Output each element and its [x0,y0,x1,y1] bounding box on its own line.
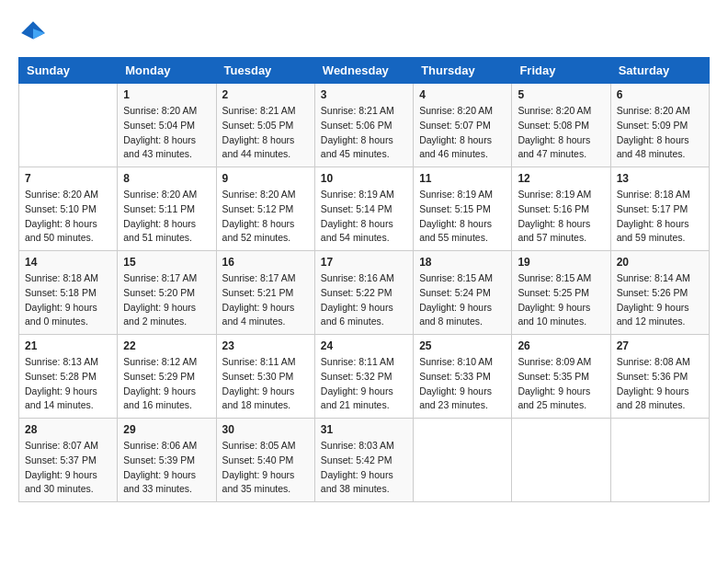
day-detail: Sunrise: 8:19 AMSunset: 5:16 PMDaylight:… [518,188,604,246]
day-detail: Sunrise: 8:21 AMSunset: 5:05 PMDaylight:… [222,104,309,162]
calendar-cell [610,419,709,502]
calendar-cell: 18Sunrise: 8:15 AMSunset: 5:24 PMDayligh… [414,251,512,335]
day-detail: Sunrise: 8:20 AMSunset: 5:04 PMDaylight:… [123,104,210,162]
day-number: 9 [222,172,309,185]
calendar-cell: 16Sunrise: 8:17 AMSunset: 5:21 PMDayligh… [216,251,314,335]
day-number: 19 [518,256,604,269]
calendar-week-row: 1Sunrise: 8:20 AMSunset: 5:04 PMDaylight… [19,84,710,167]
day-detail: Sunrise: 8:17 AMSunset: 5:20 PMDaylight:… [123,271,210,329]
weekday-header-wednesday: Wednesday [314,58,413,84]
calendar-cell: 11Sunrise: 8:19 AMSunset: 5:15 PMDayligh… [414,167,512,251]
weekday-header-sunday: Sunday [19,58,118,84]
day-number: 18 [419,256,506,269]
calendar-cell: 30Sunrise: 8:05 AMSunset: 5:40 PMDayligh… [216,419,314,502]
calendar-cell: 9Sunrise: 8:20 AMSunset: 5:12 PMDaylight… [216,167,314,251]
day-number: 26 [518,339,604,352]
calendar-cell: 6Sunrise: 8:20 AMSunset: 5:09 PMDaylight… [610,84,709,167]
day-number: 1 [123,88,210,101]
day-detail: Sunrise: 8:09 AMSunset: 5:35 PMDaylight:… [518,355,604,413]
day-detail: Sunrise: 8:15 AMSunset: 5:24 PMDaylight:… [419,271,506,329]
day-number: 16 [222,256,309,269]
calendar-cell: 22Sunrise: 8:12 AMSunset: 5:29 PMDayligh… [118,335,216,419]
day-number: 11 [419,172,506,185]
day-number: 13 [617,172,703,185]
calendar-cell: 31Sunrise: 8:03 AMSunset: 5:42 PMDayligh… [314,419,413,502]
day-detail: Sunrise: 8:05 AMSunset: 5:40 PMDaylight:… [222,439,309,497]
day-number: 7 [25,172,111,185]
calendar-cell: 26Sunrise: 8:09 AMSunset: 5:35 PMDayligh… [512,335,610,419]
day-number: 31 [321,423,407,436]
day-detail: Sunrise: 8:12 AMSunset: 5:29 PMDaylight:… [123,355,210,413]
day-number: 29 [123,423,210,436]
day-detail: Sunrise: 8:08 AMSunset: 5:36 PMDaylight:… [617,355,703,413]
day-detail: Sunrise: 8:21 AMSunset: 5:06 PMDaylight:… [321,104,407,162]
calendar-cell: 4Sunrise: 8:20 AMSunset: 5:07 PMDaylight… [414,84,512,167]
calendar-week-row: 14Sunrise: 8:18 AMSunset: 5:18 PMDayligh… [19,251,710,335]
calendar-cell: 12Sunrise: 8:19 AMSunset: 5:16 PMDayligh… [512,167,610,251]
weekday-header-friday: Friday [512,58,610,84]
day-detail: Sunrise: 8:18 AMSunset: 5:17 PMDaylight:… [617,188,703,246]
day-detail: Sunrise: 8:18 AMSunset: 5:18 PMDaylight:… [25,271,111,329]
calendar-cell: 24Sunrise: 8:11 AMSunset: 5:32 PMDayligh… [314,335,413,419]
logo-icon [18,18,48,48]
calendar-cell: 7Sunrise: 8:20 AMSunset: 5:10 PMDaylight… [19,167,118,251]
day-detail: Sunrise: 8:19 AMSunset: 5:15 PMDaylight:… [419,188,506,246]
day-detail: Sunrise: 8:20 AMSunset: 5:09 PMDaylight:… [617,104,703,162]
day-detail: Sunrise: 8:06 AMSunset: 5:39 PMDaylight:… [123,439,210,497]
calendar-cell [19,84,118,167]
calendar-cell [512,419,610,502]
day-detail: Sunrise: 8:14 AMSunset: 5:26 PMDaylight:… [617,271,703,329]
calendar-cell: 5Sunrise: 8:20 AMSunset: 5:08 PMDaylight… [512,84,610,167]
calendar-cell: 2Sunrise: 8:21 AMSunset: 5:05 PMDaylight… [216,84,314,167]
calendar-cell: 28Sunrise: 8:07 AMSunset: 5:37 PMDayligh… [19,419,118,502]
weekday-header-tuesday: Tuesday [216,58,314,84]
weekday-header-row: SundayMondayTuesdayWednesdayThursdayFrid… [19,58,710,84]
day-number: 21 [25,339,111,352]
day-number: 4 [419,88,506,101]
day-detail: Sunrise: 8:11 AMSunset: 5:32 PMDaylight:… [321,355,407,413]
calendar-cell: 13Sunrise: 8:18 AMSunset: 5:17 PMDayligh… [610,167,709,251]
day-detail: Sunrise: 8:20 AMSunset: 5:07 PMDaylight:… [419,104,506,162]
calendar-week-row: 21Sunrise: 8:13 AMSunset: 5:28 PMDayligh… [19,335,710,419]
day-number: 12 [518,172,604,185]
day-number: 2 [222,88,309,101]
day-detail: Sunrise: 8:03 AMSunset: 5:42 PMDaylight:… [321,439,407,497]
day-number: 23 [222,339,309,352]
calendar-cell: 3Sunrise: 8:21 AMSunset: 5:06 PMDaylight… [314,84,413,167]
day-number: 28 [25,423,111,436]
calendar-week-row: 28Sunrise: 8:07 AMSunset: 5:37 PMDayligh… [19,419,710,502]
calendar-cell: 10Sunrise: 8:19 AMSunset: 5:14 PMDayligh… [314,167,413,251]
logo [18,18,51,48]
calendar-cell: 15Sunrise: 8:17 AMSunset: 5:20 PMDayligh… [118,251,216,335]
calendar-cell: 17Sunrise: 8:16 AMSunset: 5:22 PMDayligh… [314,251,413,335]
calendar-cell: 29Sunrise: 8:06 AMSunset: 5:39 PMDayligh… [118,419,216,502]
day-detail: Sunrise: 8:20 AMSunset: 5:10 PMDaylight:… [25,188,111,246]
weekday-header-monday: Monday [118,58,216,84]
day-number: 27 [617,339,703,352]
day-number: 14 [25,256,111,269]
day-number: 15 [123,256,210,269]
day-number: 24 [321,339,407,352]
calendar-cell: 19Sunrise: 8:15 AMSunset: 5:25 PMDayligh… [512,251,610,335]
calendar-cell [414,419,512,502]
day-number: 22 [123,339,210,352]
day-detail: Sunrise: 8:20 AMSunset: 5:08 PMDaylight:… [518,104,604,162]
calendar-cell: 25Sunrise: 8:10 AMSunset: 5:33 PMDayligh… [414,335,512,419]
day-detail: Sunrise: 8:17 AMSunset: 5:21 PMDaylight:… [222,271,309,329]
calendar-week-row: 7Sunrise: 8:20 AMSunset: 5:10 PMDaylight… [19,167,710,251]
day-number: 30 [222,423,309,436]
calendar-cell: 8Sunrise: 8:20 AMSunset: 5:11 PMDaylight… [118,167,216,251]
day-number: 25 [419,339,506,352]
calendar-cell: 20Sunrise: 8:14 AMSunset: 5:26 PMDayligh… [610,251,709,335]
calendar-cell: 27Sunrise: 8:08 AMSunset: 5:36 PMDayligh… [610,335,709,419]
calendar-table: SundayMondayTuesdayWednesdayThursdayFrid… [18,57,710,502]
calendar-cell: 1Sunrise: 8:20 AMSunset: 5:04 PMDaylight… [118,84,216,167]
page-header [18,18,710,48]
day-number: 5 [518,88,604,101]
day-detail: Sunrise: 8:11 AMSunset: 5:30 PMDaylight:… [222,355,309,413]
day-detail: Sunrise: 8:20 AMSunset: 5:12 PMDaylight:… [222,188,309,246]
day-detail: Sunrise: 8:07 AMSunset: 5:37 PMDaylight:… [25,439,111,497]
weekday-header-thursday: Thursday [414,58,512,84]
day-number: 17 [321,256,407,269]
day-detail: Sunrise: 8:20 AMSunset: 5:11 PMDaylight:… [123,188,210,246]
